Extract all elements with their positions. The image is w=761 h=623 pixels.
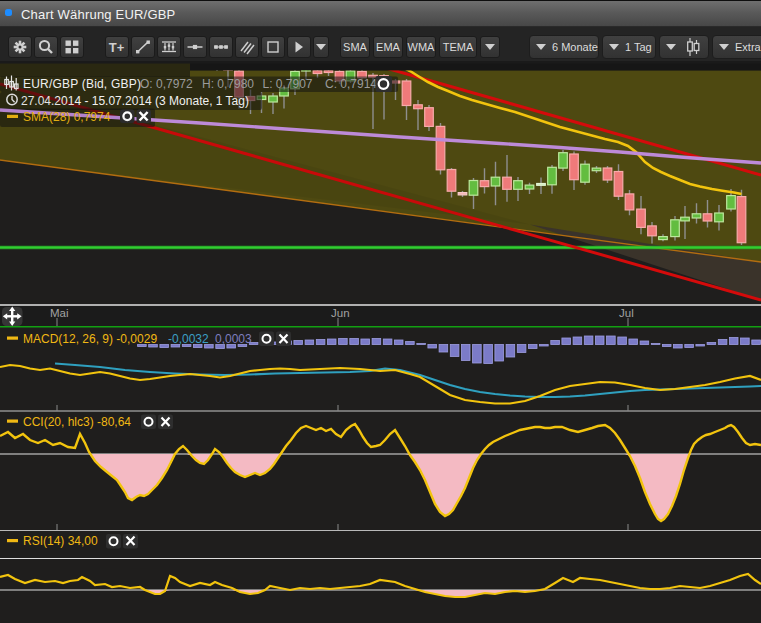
svg-text:0,0003: 0,0003 [215, 332, 252, 346]
svg-text:Mai: Mai [50, 307, 69, 319]
svg-text:EUR/GBP (Bid, GBP): EUR/GBP (Bid, GBP) [23, 77, 141, 91]
svg-text:RSI(14) 34,00: RSI(14) 34,00 [23, 534, 98, 548]
svg-text:H: 0,7980: H: 0,7980 [202, 77, 254, 91]
svg-text:Jul: Jul [619, 307, 634, 319]
svg-text:CCI(20, hlc3) -80,64: CCI(20, hlc3) -80,64 [23, 415, 131, 429]
svg-text:C: 0,7914: C: 0,7914 [325, 77, 377, 91]
svg-text:O: 0,7972: O: 0,7972 [140, 77, 193, 91]
svg-text:-0,0032: -0,0032 [168, 332, 209, 346]
svg-text:Jun: Jun [331, 307, 350, 319]
svg-text:L: 0,7907: L: 0,7907 [263, 77, 313, 91]
svg-text:MACD(12, 26, 9) -0,0029: MACD(12, 26, 9) -0,0029 [23, 332, 157, 346]
